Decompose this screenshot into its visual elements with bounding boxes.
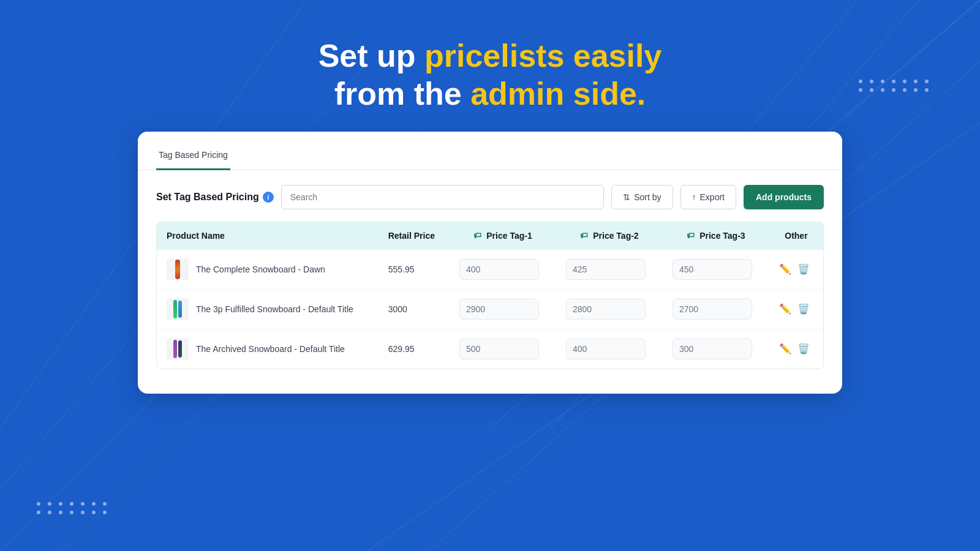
price-tag-1-input-2[interactable]: [459, 299, 539, 320]
edit-icon-3[interactable]: ✏️: [779, 343, 791, 354]
search-input[interactable]: [281, 185, 604, 209]
cell-retail-price-3: 629.95: [379, 329, 450, 369]
hero-line-2: from the admin side.: [0, 75, 980, 113]
cell-price-tag-2-3: [556, 329, 663, 369]
add-products-button[interactable]: Add products: [744, 185, 824, 209]
cell-product-name-3: The Archived Snowboard - Default Title: [157, 329, 379, 369]
table-header-row: Product Name Retail Price 🏷 Price Tag-1: [157, 222, 823, 250]
main-card: Tag Based Pricing Set Tag Based Pricing …: [138, 132, 842, 394]
col-other: Other: [769, 222, 823, 250]
products-table: Product Name Retail Price 🏷 Price Tag-1: [157, 222, 823, 369]
cell-product-name-1: The Complete Snowboard - Dawn: [157, 249, 379, 289]
cell-retail-price-1: 555.95: [379, 249, 450, 289]
tab-tag-based-pricing[interactable]: Tag Based Pricing: [156, 144, 230, 170]
table-row: The Archived Snowboard - Default Title 6…: [157, 329, 823, 369]
cell-price-tag-2-2: [556, 289, 663, 329]
product-thumb-3: [167, 338, 189, 360]
table-body: The Complete Snowboard - Dawn 555.95 ✏️ …: [157, 249, 823, 369]
product-name-3: The Archived Snowboard - Default Title: [196, 344, 345, 354]
cell-price-tag-3-2: [663, 289, 769, 329]
hero-line-1: Set up pricelists easily: [0, 37, 980, 75]
col-price-tag-2: 🏷 Price Tag-2: [556, 222, 663, 250]
table-row: The Complete Snowboard - Dawn 555.95 ✏️ …: [157, 249, 823, 289]
price-tag-2-input-2[interactable]: [566, 299, 646, 320]
cell-actions-1: ✏️ 🗑️: [769, 249, 823, 289]
delete-icon-1[interactable]: 🗑️: [797, 263, 810, 275]
delete-icon-3[interactable]: 🗑️: [797, 343, 810, 354]
products-table-wrap: Product Name Retail Price 🏷 Price Tag-1: [156, 222, 824, 369]
col-price-tag-1: 🏷 Price Tag-1: [450, 222, 556, 250]
cell-retail-price-2: 3000: [379, 289, 450, 329]
cell-price-tag-2-1: [556, 249, 663, 289]
col-retail-price: Retail Price: [379, 222, 450, 250]
price-tag-3-icon: 🏷: [687, 231, 695, 240]
product-thumb-1: [167, 258, 189, 280]
toolbar: Set Tag Based Pricing i ⇅ Sort by ↑ Expo…: [156, 185, 824, 209]
hero-section: Set up pricelists easily from the admin …: [0, 0, 980, 113]
cell-price-tag-3-1: [663, 249, 769, 289]
col-product-name: Product Name: [157, 222, 379, 250]
table-row: The 3p Fulfilled Snowboard - Default Tit…: [157, 289, 823, 329]
cell-product-name-2: The 3p Fulfilled Snowboard - Default Tit…: [157, 289, 379, 329]
delete-icon-2[interactable]: 🗑️: [797, 303, 810, 315]
price-tag-1-input-1[interactable]: [459, 259, 539, 280]
cell-price-tag-1-3: [450, 329, 556, 369]
price-tag-1-icon: 🏷: [473, 231, 481, 240]
info-icon[interactable]: i: [263, 192, 274, 203]
price-tag-2-input-3[interactable]: [566, 339, 646, 359]
price-tag-3-input-1[interactable]: [673, 259, 752, 280]
price-tag-3-input-3[interactable]: [673, 339, 752, 359]
price-tag-3-input-2[interactable]: [673, 299, 752, 320]
sort-button[interactable]: ⇅ Sort by: [611, 185, 673, 209]
price-tag-1-input-3[interactable]: [459, 339, 539, 359]
dots-bottom-left: [37, 502, 109, 514]
price-tag-2-icon: 🏷: [580, 231, 588, 240]
tab-bar: Tag Based Pricing: [138, 132, 842, 170]
col-price-tag-3: 🏷 Price Tag-3: [663, 222, 769, 250]
edit-icon-2[interactable]: ✏️: [779, 303, 791, 315]
price-tag-2-input-1[interactable]: [566, 259, 646, 280]
cell-actions-2: ✏️ 🗑️: [769, 289, 823, 329]
cell-price-tag-3-3: [663, 329, 769, 369]
cell-price-tag-1-1: [450, 249, 556, 289]
product-name-1: The Complete Snowboard - Dawn: [196, 264, 325, 274]
card-content: Set Tag Based Pricing i ⇅ Sort by ↑ Expo…: [138, 170, 842, 375]
set-title: Set Tag Based Pricing i: [156, 192, 274, 203]
product-name-2: The 3p Fulfilled Snowboard - Default Tit…: [196, 304, 353, 314]
edit-icon-1[interactable]: ✏️: [779, 263, 791, 275]
product-thumb-2: [167, 298, 189, 320]
cell-actions-3: ✏️ 🗑️: [769, 329, 823, 369]
cell-price-tag-1-2: [450, 289, 556, 329]
export-button[interactable]: ↑ Export: [680, 185, 736, 209]
